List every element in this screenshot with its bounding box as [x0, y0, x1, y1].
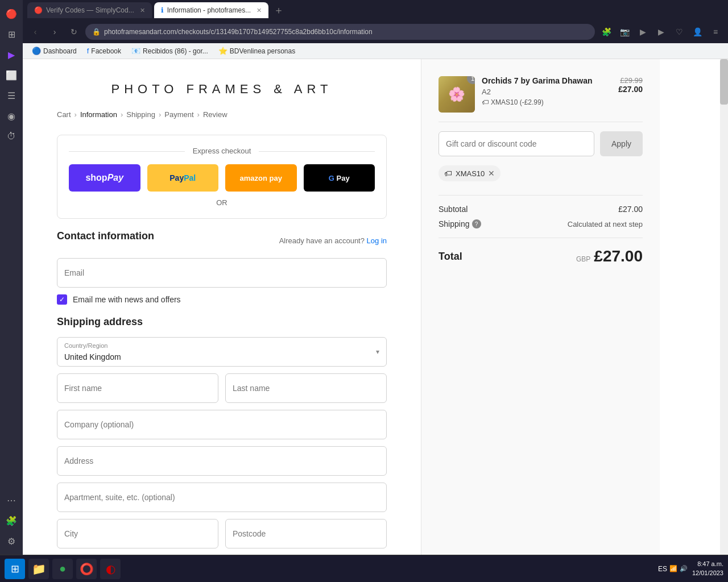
checkout-left: PHOTO FRAMES & ART Cart › Information › … [23, 59, 421, 555]
item-prices: £29.99 £27.00 [618, 76, 643, 94]
company-input[interactable] [64, 420, 379, 429]
first-name-field[interactable] [57, 373, 218, 403]
taskbar-opera2[interactable]: ◐ [100, 559, 121, 579]
scrollbar[interactable] [720, 59, 728, 555]
speaker-icon[interactable]: 🔊 [680, 565, 688, 573]
product-variant: A2 [482, 88, 611, 96]
original-price: £29.99 [618, 76, 643, 85]
address-field[interactable] [57, 446, 387, 476]
tab-information[interactable]: ℹ Information - photoframes... ✕ [154, 2, 268, 18]
taskbar-opera[interactable]: ⭕ [76, 559, 97, 579]
address-text: photoframesandart.com/checkouts/c/13149b… [104, 28, 588, 36]
last-name-field[interactable] [225, 373, 387, 403]
company-field[interactable] [57, 410, 387, 439]
tag-icon: 🏷 [444, 169, 452, 178]
tab-add[interactable]: ＋ [271, 2, 287, 18]
item-details: Orchids 7 by Garima Dhawan A2 🏷 XMAS10 (… [482, 76, 611, 106]
scroll-thumb[interactable] [720, 59, 728, 105]
menu-icon[interactable]: ≡ [708, 24, 723, 40]
email-input[interactable] [64, 268, 379, 277]
sidebar-icon-settings[interactable]: ⚙ [2, 532, 20, 550]
tab2-close[interactable]: ✕ [257, 7, 262, 14]
shop-pay-button[interactable]: shopPay [69, 164, 140, 192]
first-name-input[interactable] [64, 384, 211, 393]
sidebar-icon-dash[interactable]: ☰ [2, 86, 20, 105]
sidebar-icon-history[interactable]: ⏱ [2, 127, 20, 146]
google-pay-button[interactable]: G Pay [304, 164, 375, 192]
tab1-label: Verify Codes — SimplyCod... [46, 6, 134, 14]
current-price: £27.00 [618, 85, 643, 94]
toolbar-icons: 🧩 📷 ▶ ▶ ♡ 👤 ≡ [598, 24, 723, 40]
discount-input[interactable] [439, 131, 594, 156]
city-field[interactable] [57, 519, 218, 548]
sidebar-icon-split[interactable]: ⬜ [2, 66, 20, 84]
shipping-help-icon[interactable]: ? [472, 219, 481, 228]
amazon-pay-label: amazon pay [240, 174, 282, 182]
sidebar-icon-tabs[interactable]: ⊞ [2, 25, 20, 43]
city-input[interactable] [64, 529, 211, 538]
last-name-input[interactable] [233, 384, 379, 393]
breadcrumb-sep1: › [75, 110, 77, 119]
bookmark-dashboard[interactable]: 🔵 Dashboard [27, 45, 81, 57]
sidebar-icon-alert[interactable]: 🔴 [2, 5, 20, 23]
screenshot-icon[interactable]: 📷 [617, 24, 632, 40]
sidebar-icon-extensions[interactable]: 🧩 [2, 512, 20, 530]
tab-verify-codes[interactable]: 🔴 Verify Codes — SimplyCod... ✕ [27, 2, 152, 18]
extensions-icon[interactable]: 🧩 [598, 24, 614, 40]
apartment-field[interactable] [57, 483, 387, 512]
apply-button[interactable]: Apply [600, 131, 643, 156]
sidebar-icon-circle[interactable]: ◉ [2, 107, 20, 125]
bookmark-gmail[interactable]: 📧 Recibidos (86) - gor... [127, 45, 213, 57]
newsletter-checkbox[interactable]: ✓ [57, 294, 67, 305]
breadcrumb-payment[interactable]: Payment [164, 110, 193, 119]
language-indicator[interactable]: ES [658, 565, 667, 573]
postcode-field[interactable] [225, 519, 387, 548]
more-icon[interactable]: ▶ [635, 24, 651, 40]
total-line: Total GBP £27.00 [439, 238, 643, 265]
google-pay-label: G Pay [329, 174, 350, 182]
postcode-input[interactable] [233, 529, 379, 538]
network-icon[interactable]: 📶 [669, 565, 677, 573]
breadcrumb-review[interactable]: Review [203, 110, 228, 119]
email-field[interactable] [57, 258, 387, 288]
play-icon[interactable]: ▶ [653, 24, 669, 40]
address-input-field[interactable] [64, 456, 379, 465]
remove-code-button[interactable]: ✕ [488, 169, 495, 178]
bookmark-facebook[interactable]: f Facebook [82, 45, 126, 57]
start-button[interactable]: ⊞ [5, 559, 25, 579]
apartment-input[interactable] [64, 493, 379, 502]
address-input[interactable]: 🔒 photoframesandart.com/checkouts/c/1314… [85, 24, 595, 40]
profile-icon[interactable]: 👤 [689, 24, 705, 40]
country-select[interactable]: United Kingdom [64, 352, 379, 361]
taskbar-chrome[interactable]: ● [52, 559, 73, 579]
breadcrumb-sep2: › [121, 110, 123, 119]
breadcrumb-information: Information [80, 110, 117, 119]
refresh-button[interactable]: ↻ [66, 24, 82, 40]
country-select-field[interactable]: Country/Region United Kingdom ▾ [57, 337, 387, 367]
breadcrumb-cart[interactable]: Cart [57, 110, 71, 119]
applied-code-container: 🏷 XMAS10 ✕ [439, 165, 643, 190]
tab1-close[interactable]: ✕ [140, 7, 145, 14]
amazon-pay-button[interactable]: amazon pay [225, 164, 297, 192]
shipping-label: Shipping ? [439, 219, 481, 228]
taskbar-file-explorer[interactable]: 📁 [28, 559, 49, 579]
tab2-label: Information - photoframes... [167, 6, 251, 14]
sidebar-icon-more[interactable]: ⋯ [2, 491, 20, 509]
total-amount: £27.00 [594, 247, 643, 265]
login-link[interactable]: Log in [367, 236, 387, 245]
breadcrumb-shipping[interactable]: Shipping [126, 110, 155, 119]
last-name-group [225, 373, 387, 403]
newsletter-row: ✓ Email me with news and offers [57, 294, 387, 305]
bookmark-bd[interactable]: ⭐ BDVenlinea personas [214, 45, 300, 57]
back-button[interactable]: ‹ [27, 24, 43, 40]
checkmark-icon: ✓ [59, 296, 65, 304]
sidebar-icon-twitch[interactable]: ▶ [2, 45, 20, 64]
gmail-favicon: 📧 [131, 47, 140, 55]
lock-icon: 🔒 [92, 28, 101, 36]
clock-date: 12/01/2023 [692, 569, 723, 577]
shipping-value: Calculated at next step [568, 220, 643, 228]
paypal-button[interactable]: PayPal [147, 164, 219, 192]
forward-button[interactable]: › [47, 24, 63, 40]
heart-icon[interactable]: ♡ [671, 24, 687, 40]
address-bar-row: ‹ › ↻ 🔒 photoframesandart.com/checkouts/… [23, 20, 728, 43]
